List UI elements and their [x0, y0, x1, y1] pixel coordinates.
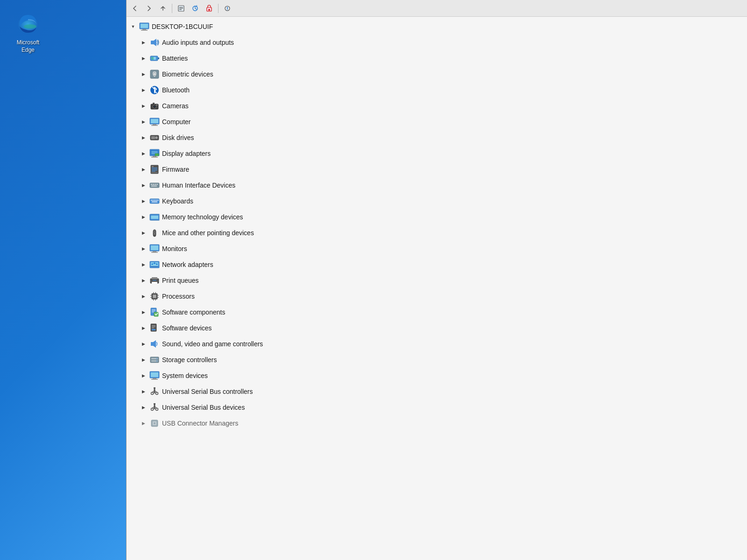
back-button[interactable] — [128, 2, 141, 14]
tree-item-bluetooth[interactable]: Bluetooth — [127, 82, 747, 98]
svg-rect-51 — [155, 184, 156, 185]
display-icon — [149, 148, 160, 159]
keyboards-label: Keyboards — [162, 197, 193, 205]
software-comp-expand-arrow[interactable] — [140, 308, 147, 316]
svg-rect-124 — [154, 403, 155, 405]
svg-rect-40 — [155, 154, 159, 156]
system-label: System devices — [162, 372, 208, 379]
forward-button[interactable] — [142, 2, 155, 14]
computer-label: Computer — [162, 118, 190, 126]
software-dev-label: Software devices — [162, 324, 212, 332]
tree-item-memory[interactable]: Memory technology devices — [127, 209, 747, 225]
microsoft-edge-icon[interactable]: Microsoft Edge — [9, 9, 47, 54]
computer-expand-arrow[interactable] — [140, 118, 147, 126]
svg-rect-25 — [153, 103, 155, 104]
processors-expand-arrow[interactable] — [140, 293, 147, 300]
disk-expand-arrow[interactable] — [140, 134, 147, 141]
display-expand-arrow[interactable] — [140, 150, 147, 157]
tree-item-monitors[interactable]: Monitors — [127, 241, 747, 257]
tree-item-system[interactable]: System devices — [127, 368, 747, 384]
memory-expand-arrow[interactable] — [140, 213, 147, 221]
tree-item-computer[interactable]: Computer — [127, 114, 747, 130]
network-expand-arrow[interactable] — [140, 261, 147, 268]
tree-item-display[interactable]: Display adapters — [127, 146, 747, 161]
update-driver-button[interactable] — [189, 2, 202, 14]
tree-item-software-dev[interactable]: Software devices — [127, 320, 747, 336]
usb-conn-expand-arrow[interactable] — [140, 420, 147, 427]
usb-ctrl-expand-arrow[interactable] — [140, 388, 147, 395]
svg-rect-53 — [151, 186, 157, 187]
biometric-expand-arrow[interactable] — [140, 70, 147, 78]
tree-item-print[interactable]: Print queues — [127, 273, 747, 288]
tree-item-firmware[interactable]: Firmware — [127, 161, 747, 177]
svg-rect-112 — [151, 379, 158, 380]
svg-rect-28 — [151, 119, 158, 123]
tree-item-mice[interactable]: Mice and other pointing devices — [127, 225, 747, 241]
tree-item-usb-dev[interactable]: Universal Serial Bus devices — [127, 399, 747, 415]
tree-item-biometric[interactable]: Biometric devices — [127, 66, 747, 82]
svg-rect-12 — [142, 29, 146, 30]
root-expand-arrow[interactable] — [129, 23, 137, 30]
svg-rect-3 — [179, 7, 183, 7]
biometric-label: Biometric devices — [162, 70, 213, 78]
svg-point-9 — [227, 9, 228, 10]
svg-rect-101 — [152, 328, 154, 328]
edge-icon-image — [14, 9, 42, 37]
sound-expand-arrow[interactable] — [140, 340, 147, 348]
tree-item-batteries[interactable]: Batteries — [127, 50, 747, 66]
svg-point-26 — [156, 105, 157, 105]
svg-rect-42 — [152, 166, 154, 167]
svg-rect-89 — [150, 295, 152, 296]
tree-item-hid[interactable]: Human Interface Devices — [127, 177, 747, 193]
tree-item-software-comp[interactable]: Software components — [127, 304, 747, 320]
processors-label: Processors — [162, 293, 195, 300]
scan-button[interactable] — [221, 2, 234, 14]
mice-expand-arrow[interactable] — [140, 229, 147, 237]
tree-item-sound[interactable]: Sound, video and game controllers — [127, 336, 747, 352]
hid-icon — [149, 180, 160, 190]
svg-rect-32 — [151, 136, 155, 139]
software-dev-expand-arrow[interactable] — [140, 324, 147, 332]
uninstall-button[interactable] — [203, 2, 216, 14]
audio-expand-arrow[interactable] — [140, 39, 147, 46]
tree-item-usb-ctrl[interactable]: Universal Serial Bus controllers — [127, 384, 747, 399]
keyboards-expand-arrow[interactable] — [140, 197, 147, 205]
print-expand-arrow[interactable] — [140, 277, 147, 284]
tree-item-usb-conn[interactable]: USB Connector Managers — [127, 415, 747, 431]
usb-dev-expand-arrow[interactable] — [140, 404, 147, 411]
usb-dev-label: Universal Serial Bus devices — [162, 404, 245, 411]
monitors-expand-arrow[interactable] — [140, 245, 147, 252]
system-expand-arrow[interactable] — [140, 372, 147, 379]
software-comp-icon — [149, 307, 160, 317]
properties-button[interactable] — [175, 2, 188, 14]
batteries-expand-arrow[interactable] — [140, 55, 147, 62]
hid-expand-arrow[interactable] — [140, 182, 147, 189]
tree-item-storage[interactable]: Storage controllers — [127, 352, 747, 368]
svg-rect-88 — [155, 299, 156, 301]
tree-item-processors[interactable]: Processors — [127, 288, 747, 304]
svg-rect-72 — [151, 266, 158, 267]
edge-icon-label: Microsoft Edge — [9, 39, 47, 54]
sound-label: Sound, video and game controllers — [162, 340, 263, 348]
svg-rect-118 — [154, 387, 155, 389]
tree-item-network[interactable]: Network adapters — [127, 257, 747, 273]
tree-item-keyboards[interactable]: Keyboards — [127, 193, 747, 209]
keyboards-icon — [149, 196, 160, 206]
tree-item-cameras[interactable]: Cameras — [127, 98, 747, 114]
tree-root-item[interactable]: DESKTOP-1BCUUIF — [127, 19, 747, 35]
device-tree[interactable]: DESKTOP-1BCUUIF Audio inputs and outputs — [127, 17, 747, 560]
svg-rect-60 — [152, 202, 157, 203]
firmware-expand-arrow[interactable] — [140, 166, 147, 173]
up-button[interactable] — [156, 2, 169, 14]
bluetooth-expand-arrow[interactable] — [140, 86, 147, 94]
toolbar-sep-2 — [218, 4, 218, 13]
tree-item-audio[interactable]: Audio inputs and outputs — [127, 35, 747, 50]
svg-rect-57 — [154, 200, 155, 201]
tree-item-disk[interactable]: Disk drives — [127, 130, 747, 146]
svg-rect-94 — [152, 309, 155, 310]
usb-ctrl-icon — [149, 386, 160, 397]
cameras-expand-arrow[interactable] — [140, 102, 147, 110]
svg-rect-96 — [152, 312, 154, 312]
storage-expand-arrow[interactable] — [140, 356, 147, 364]
audio-icon — [149, 37, 160, 48]
